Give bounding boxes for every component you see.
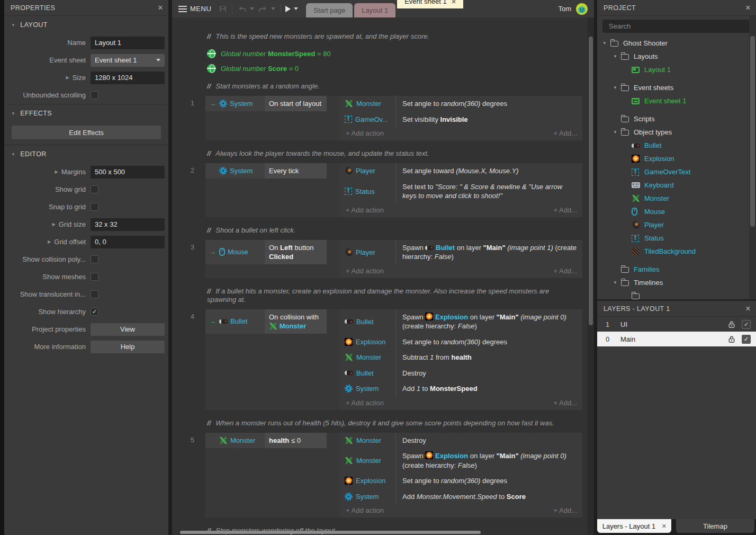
condition-object-cell[interactable]: → Mouse [205, 240, 265, 264]
help-button[interactable]: Help [91, 341, 165, 353]
layer-visible-checkbox[interactable]: ✓ [742, 335, 751, 344]
event-sheet-horizontal-scrollbar[interactable] [180, 531, 481, 534]
tab-layout-1[interactable]: Layout 1 [354, 3, 395, 17]
global-variable-score[interactable]: Global number Score = 0 [207, 61, 588, 76]
action-row[interactable]: T Status Set text to "Score: " & Score &… [339, 179, 582, 204]
action-row[interactable]: Bullet Destroy [339, 365, 582, 381]
comment[interactable]: //This is the speed new monsters are spa… [207, 32, 577, 41]
close-icon[interactable]: × [745, 4, 751, 12]
tree-expander-icon[interactable]: ▼ [602, 41, 610, 46]
show-translucent-checkbox[interactable] [91, 290, 98, 298]
tree-item-tiledbackground[interactable]: TiledBackground [597, 245, 749, 258]
condition-text[interactable]: On start of layout [265, 96, 327, 111]
grid-size-field[interactable]: 32 x 32 [91, 218, 165, 231]
condition-text[interactable]: On collision with Monster [265, 309, 327, 334]
tree-item-object-types[interactable]: ▼ Object types [597, 126, 749, 139]
event-sheet[interactable]: //This is the speed new monsters are spa… [172, 17, 588, 535]
condition-object-cell[interactable]: Monster [205, 433, 265, 448]
comment[interactable]: //When a monster runs out of health (5 h… [207, 419, 577, 427]
save-button[interactable] [219, 0, 227, 17]
scrollbar-thumb[interactable] [750, 36, 755, 227]
tree-item-event-sheets[interactable]: ▼ Event sheets [597, 81, 749, 94]
redo-button[interactable] [258, 0, 275, 17]
lock-icon[interactable] [728, 335, 735, 343]
close-tab-icon[interactable]: × [452, 0, 456, 5]
condition-block[interactable]: Monster health ≤ 0 [205, 433, 339, 518]
action-row[interactable]: Monster Subtract 1 from health [339, 350, 582, 365]
snap-to-grid-checkbox[interactable] [91, 203, 98, 211]
preview-button[interactable] [285, 0, 298, 17]
add-more-link[interactable]: + Add... [554, 506, 577, 514]
tree-item-bullet[interactable]: Bullet [597, 139, 749, 152]
action-row[interactable]: Player Spawn Bullet on layer "Main" (ima… [339, 240, 582, 265]
expand-arrow-icon[interactable]: ▶ [52, 222, 56, 227]
condition-block[interactable]: → Bullet On collision with Monster [205, 309, 339, 410]
layer-row-ui[interactable]: 1 UI ✓ [597, 317, 756, 332]
comment[interactable]: //Start monsters at a random angle. [207, 82, 577, 91]
tree-expander-icon[interactable]: ▼ [613, 85, 621, 90]
name-field[interactable]: Layout 1 [91, 37, 165, 49]
add-action-link[interactable]: + Add action [346, 506, 384, 514]
condition-text[interactable]: On Left button Clicked [265, 240, 327, 264]
redo-dropdown-icon[interactable] [271, 7, 275, 10]
add-more-link[interactable]: + Add... [554, 399, 577, 407]
add-more-link[interactable]: + Add... [554, 267, 577, 275]
user-account[interactable]: Tom [558, 0, 594, 17]
undo-button[interactable] [237, 0, 254, 17]
add-action-link[interactable]: + Add action [346, 129, 384, 137]
menu-button[interactable]: MENU [178, 0, 211, 17]
action-row[interactable]: System Add Monster.Movement.Speed to Sco… [339, 489, 582, 505]
condition-block[interactable]: System Every tick [205, 163, 339, 217]
comment[interactable]: //Always look the player towards the mou… [207, 149, 577, 158]
edit-effects-button[interactable]: Edit Effects [12, 126, 161, 139]
tab-layers-layout-1[interactable]: Layers - Layout 1 × [597, 519, 671, 533]
project-scrollbar[interactable] [749, 16, 756, 299]
close-tab-icon[interactable]: × [662, 522, 666, 530]
add-action-link[interactable]: + Add action [346, 399, 384, 407]
margins-field[interactable]: 500 x 500 [91, 166, 165, 179]
layer-visible-checkbox[interactable]: ✓ [742, 320, 751, 329]
lock-icon[interactable] [728, 320, 735, 328]
tab-event-sheet-1[interactable]: Event sheet 1 × [397, 0, 463, 8]
expand-arrow-icon[interactable]: ▶ [66, 75, 69, 80]
tree-item-layout-1[interactable]: Layout 1 [597, 63, 749, 76]
action-row[interactable]: T GameOv... Set visibility Invisible [339, 112, 582, 128]
tree-item-layouts[interactable]: ▼ Layouts [597, 50, 749, 63]
tree-item-status[interactable]: T Status [597, 231, 749, 245]
action-row[interactable]: Monster Spawn Explosion on layer "Main" … [339, 448, 582, 473]
tree-item-keyboard[interactable]: Keyboard [597, 179, 749, 192]
section-layout[interactable]: ▼ LAYOUT [4, 16, 168, 34]
unbounded-scrolling-checkbox[interactable] [91, 91, 98, 99]
add-action-link[interactable]: + Add action [346, 267, 384, 275]
tree-expander-icon[interactable]: ▼ [613, 54, 621, 59]
action-row[interactable]: Explosion Set angle to random(360) degre… [339, 334, 582, 350]
tree-item-mouse[interactable]: Mouse [597, 205, 749, 218]
action-row[interactable]: Monster Destroy [339, 433, 582, 449]
action-row[interactable]: Monster Set angle to random(360) degrees [339, 96, 582, 112]
section-editor[interactable]: ▼ EDITOR [4, 145, 168, 163]
tree-item-scripts[interactable]: Scripts [597, 112, 749, 126]
search-input[interactable] [602, 20, 751, 33]
section-effects[interactable]: ▼ EFFECTS [4, 104, 168, 122]
tree-item-explosion[interactable]: Explosion [597, 152, 749, 165]
close-icon[interactable]: × [158, 4, 163, 12]
action-row[interactable]: System Add 1 to MonsterSpeed [339, 381, 582, 397]
tree-item-clipped[interactable] [597, 289, 749, 299]
tree-item-timelines[interactable]: ▼ Timelines [597, 276, 749, 289]
tree-expander-icon[interactable]: ▼ [613, 280, 621, 285]
condition-block[interactable]: → System On start of layout [205, 96, 339, 140]
show-meshes-checkbox[interactable] [91, 273, 98, 281]
grid-offset-field[interactable]: 0, 0 [91, 236, 165, 248]
tree-item-ghost-shooter[interactable]: ▼ Ghost Shooter [597, 37, 749, 50]
size-field[interactable]: 1280 x 1024 [91, 72, 165, 84]
condition-object-cell[interactable]: System [205, 163, 265, 179]
event-sheet-select[interactable]: Event sheet 1 [91, 54, 165, 67]
tab-tilemap[interactable]: Tilemap [676, 519, 754, 533]
event-sheet-vertical-scrollbar[interactable] [588, 17, 594, 535]
add-more-link[interactable]: + Add... [554, 206, 577, 214]
expand-arrow-icon[interactable]: ▶ [55, 170, 58, 174]
view-button[interactable]: View [91, 323, 165, 336]
tree-item-families[interactable]: Families [597, 263, 749, 276]
comment[interactable]: //Shoot a bullet on left click. [207, 226, 577, 235]
condition-block[interactable]: → Mouse On Left button Clicked [205, 240, 339, 278]
